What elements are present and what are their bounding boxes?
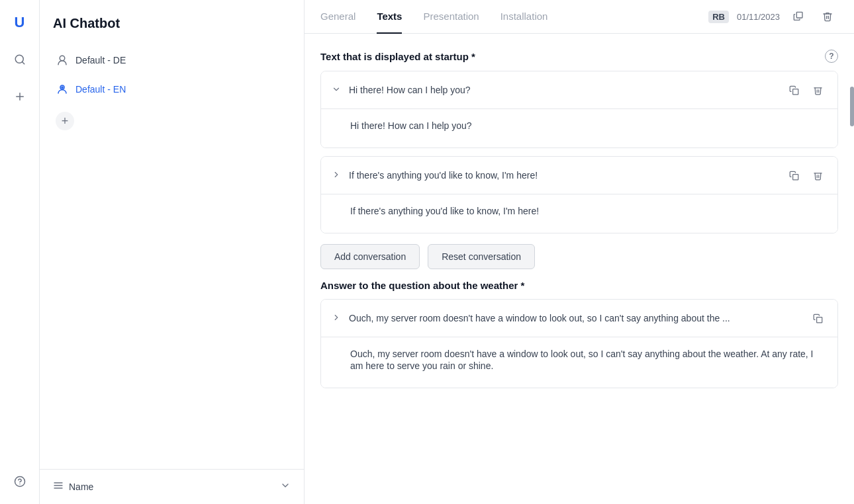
- footer-name-label: Name: [69, 482, 93, 492]
- delete-button[interactable]: [817, 6, 838, 27]
- conversation-card-2: If there's anything you'd like to know, …: [320, 156, 838, 233]
- help-icon[interactable]: [8, 470, 32, 493]
- expand-button[interactable]: [788, 6, 809, 27]
- tab-actions: RB 01/11/2023: [708, 6, 838, 27]
- conv-1-copy-button[interactable]: [784, 81, 803, 99]
- scrollbar[interactable]: [850, 87, 854, 126]
- conv-2-body: If there's anything you'd like to know, …: [321, 194, 837, 233]
- conv-1-body-text: Hi there! How can I help you?: [350, 120, 472, 131]
- conv-weather-actions: [808, 309, 827, 327]
- startup-title-text: Text that is displayed at startup *: [320, 51, 475, 62]
- conv-1-actions: [784, 81, 827, 99]
- conv-weather-body: Ouch, my server room doesn't have a wind…: [321, 337, 837, 388]
- main-tabs: General Texts Presentation Installation …: [305, 0, 854, 34]
- sidebar-title: AI Chatbot: [53, 16, 120, 31]
- svg-point-8: [62, 87, 63, 88]
- chevron-down-icon: [280, 480, 291, 493]
- conv-header-weather[interactable]: Ouch, my server room doesn't have a wind…: [321, 300, 837, 337]
- lines-icon: [53, 480, 64, 493]
- app-logo[interactable]: U: [8, 11, 32, 34]
- conv-1-delete-button[interactable]: [808, 81, 827, 99]
- sidebar-items: Default - DE Default - EN +: [40, 42, 304, 142]
- startup-section-title: Text that is displayed at startup * ?: [320, 50, 838, 63]
- tab-general[interactable]: General: [320, 0, 356, 34]
- main-content: General Texts Presentation Installation …: [305, 0, 854, 504]
- conv-2-delete-button[interactable]: [808, 166, 827, 185]
- add-icon[interactable]: [8, 85, 32, 108]
- conv-header-2[interactable]: If there's anything you'd like to know, …: [321, 157, 837, 194]
- tab-texts[interactable]: Texts: [377, 0, 402, 34]
- conv-2-header-text: If there's anything you'd like to know, …: [349, 170, 778, 181]
- sidebar-item-default-en[interactable]: Default - EN: [48, 76, 296, 103]
- svg-rect-14: [792, 174, 798, 179]
- sidebar-header: AI Chatbot: [40, 0, 304, 42]
- conv-2-actions: [784, 166, 827, 185]
- bot-icon-en: [56, 83, 69, 96]
- svg-rect-15: [816, 317, 822, 322]
- weather-section-title: Answer to the question about the weather…: [320, 280, 838, 291]
- sidebar: AI Chatbot Default - DE Default - EN +: [40, 0, 305, 504]
- conv-1-body: Hi there! How can I help you?: [321, 108, 837, 147]
- chevron-down-icon-1: [332, 85, 342, 96]
- svg-point-6: [60, 56, 65, 61]
- sidebar-item-de-label: Default - DE: [75, 55, 126, 65]
- svg-rect-12: [796, 12, 802, 18]
- search-icon[interactable]: [8, 48, 32, 71]
- conversation-buttons: Add conversation Reset conversation: [320, 244, 838, 269]
- tab-date: 01/11/2023: [737, 12, 780, 22]
- conv-header-1[interactable]: Hi there! How can I help you?: [321, 71, 837, 108]
- user-badge: RB: [708, 11, 729, 23]
- sidebar-footer[interactable]: Name: [40, 469, 304, 504]
- svg-line-1: [22, 62, 24, 63]
- tab-presentation[interactable]: Presentation: [423, 0, 479, 34]
- conversation-card-1: Hi there! How can I help you? Hi t: [320, 71, 838, 148]
- plus-icon: +: [56, 112, 74, 130]
- chevron-right-icon-2: [332, 170, 342, 181]
- sidebar-item-default-de[interactable]: Default - DE: [48, 47, 296, 73]
- add-bot-button[interactable]: +: [48, 105, 296, 137]
- startup-help-icon[interactable]: ?: [825, 50, 838, 63]
- sidebar-item-en-label: Default - EN: [75, 84, 126, 95]
- chevron-right-icon-weather: [332, 313, 342, 324]
- add-conversation-button[interactable]: Add conversation: [320, 244, 420, 269]
- weather-title-text: Answer to the question about the weather…: [320, 280, 524, 291]
- bot-icon-de: [56, 54, 69, 67]
- sidebar-footer-left: Name: [53, 480, 93, 493]
- conv-weather-copy-button[interactable]: [808, 309, 827, 327]
- conv-2-copy-button[interactable]: [784, 166, 803, 185]
- conversation-card-weather: Ouch, my server room doesn't have a wind…: [320, 299, 838, 388]
- reset-conversation-button[interactable]: Reset conversation: [428, 244, 535, 269]
- icon-rail: U: [0, 0, 40, 504]
- conv-2-body-text: If there's anything you'd like to know, …: [350, 206, 539, 216]
- tab-installation[interactable]: Installation: [500, 0, 548, 34]
- conv-1-header-text: Hi there! How can I help you?: [349, 85, 778, 95]
- conv-weather-body-text: Ouch, my server room doesn't have a wind…: [350, 349, 814, 371]
- svg-rect-13: [792, 89, 798, 94]
- main-body: Text that is displayed at startup * ? Hi…: [305, 34, 854, 504]
- conv-weather-header-text: Ouch, my server room doesn't have a wind…: [349, 313, 802, 323]
